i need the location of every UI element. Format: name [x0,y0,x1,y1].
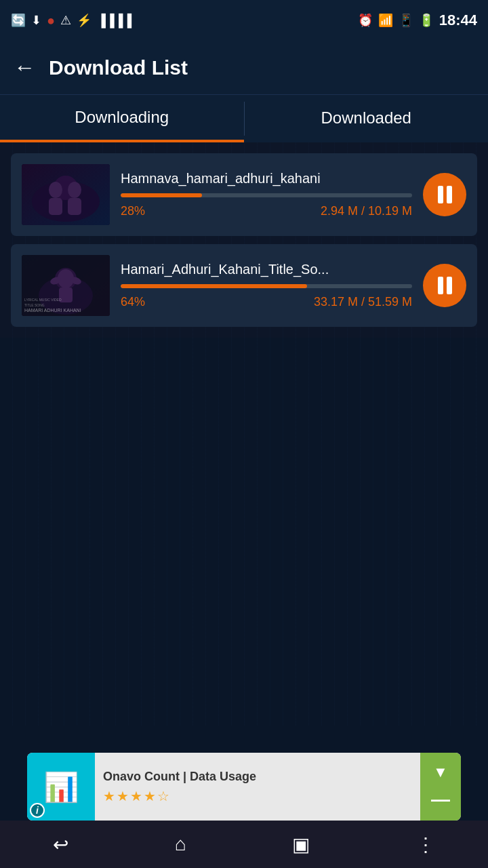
app-logo-icon: ● [47,13,55,28]
nav-home-button[interactable]: ⌂ [161,827,200,862]
ad-chart-icon: 📊 [43,770,79,804]
nav-back-button[interactable]: ↩ [39,827,82,863]
svg-point-5 [68,182,81,198]
tab-downloading[interactable]: Downloading [0,95,244,142]
status-time: 18:44 [439,12,477,29]
signal-bars-icon: ▐▐▐▐ [97,14,131,28]
ad-info-badge: i [30,803,45,818]
page-title: Download List [49,56,188,79]
ad-stars: ★★★★☆ [103,788,412,804]
svg-text:LYRICAL MUSIC VIDEO: LYRICAL MUSIC VIDEO [24,298,62,302]
usb-icon: ⚡ [77,13,92,28]
pause-icon-2 [438,277,452,294]
ad-content: Onavo Count | Data Usage ★★★★☆ [95,764,420,810]
download-item-2: HAMARI ADHURI KAHANI TITLE SONG LYRICAL … [11,244,477,327]
thumbnail-1 [22,164,110,225]
svg-point-4 [49,182,62,198]
progress-info-2: 64% 33.17 M / 51.59 M [121,295,412,309]
download-item-1: Hamnava_hamari_adhuri_kahani 28% 2.94 M … [11,153,477,236]
nav-recents-button[interactable]: ▣ [279,827,323,863]
sync-icon: 🔄 [11,13,26,28]
ad-banner[interactable]: 📊 i Onavo Count | Data Usage ★★★★☆ ▼ — [27,753,461,821]
ad-title: Onavo Count | Data Usage [103,770,412,784]
svg-rect-7 [68,198,81,215]
battery-icon: 🔋 [419,13,434,28]
back-button[interactable]: ← [14,55,35,80]
tabs-container: Downloading Downloaded [0,95,488,142]
status-bar: 🔄 ⬇ ● ⚠ ⚡ ▐▐▐▐ ⏰ 📶 📱 🔋 18:44 [0,0,488,41]
warning-icon: ⚠ [60,13,71,28]
progress-bar-container-1 [121,193,412,197]
progress-percent-2: 64% [121,295,145,309]
ad-dropdown-icon: ▼ [433,764,448,781]
progress-info-1: 28% 2.94 M / 10.19 M [121,204,412,218]
progress-bar-2 [121,284,307,288]
nav-menu-button[interactable]: ⋮ [403,827,449,863]
ad-minus-icon: — [431,789,450,810]
thumbnail-2: HAMARI ADHURI KAHANI TITLE SONG LYRICAL … [22,255,110,316]
sim-icon: 📱 [399,13,413,28]
wifi-icon: 📶 [378,13,393,28]
ad-action-button[interactable]: ▼ — [420,753,461,821]
svg-text:TITLE SONG: TITLE SONG [24,303,45,307]
item-title-2: Hamari_Adhuri_Kahani_Title_So... [121,262,412,277]
progress-size-2: 33.17 M / 51.59 M [314,295,412,309]
item-info-1: Hamnava_hamari_adhuri_kahani 28% 2.94 M … [121,171,412,218]
download-icon: ⬇ [31,13,41,28]
pause-button-1[interactable] [423,173,466,216]
progress-size-1: 2.94 M / 10.19 M [321,204,412,218]
ad-app-icon: 📊 i [27,753,95,821]
svg-text:HAMARI ADHURI KAHANI: HAMARI ADHURI KAHANI [24,308,81,313]
pause-icon-1 [438,186,452,203]
tab-downloaded[interactable]: Downloaded [245,95,489,142]
status-icons-left: 🔄 ⬇ ● ⚠ ⚡ ▐▐▐▐ [11,13,131,28]
progress-bar-1 [121,193,202,197]
item-info-2: Hamari_Adhuri_Kahani_Title_So... 64% 33.… [121,262,412,309]
alarm-icon: ⏰ [358,13,373,28]
download-list: Hamnava_hamari_adhuri_kahani 28% 2.94 M … [0,142,488,338]
pause-button-2[interactable] [423,264,466,307]
status-icons-right: ⏰ 📶 📱 🔋 18:44 [358,12,477,29]
item-title-1: Hamnava_hamari_adhuri_kahani [121,171,412,186]
progress-bar-container-2 [121,284,412,288]
bottom-navigation: ↩ ⌂ ▣ ⋮ [0,821,488,868]
header: ← Download List [0,41,488,95]
progress-percent-1: 28% [121,204,145,218]
svg-rect-6 [49,198,62,215]
